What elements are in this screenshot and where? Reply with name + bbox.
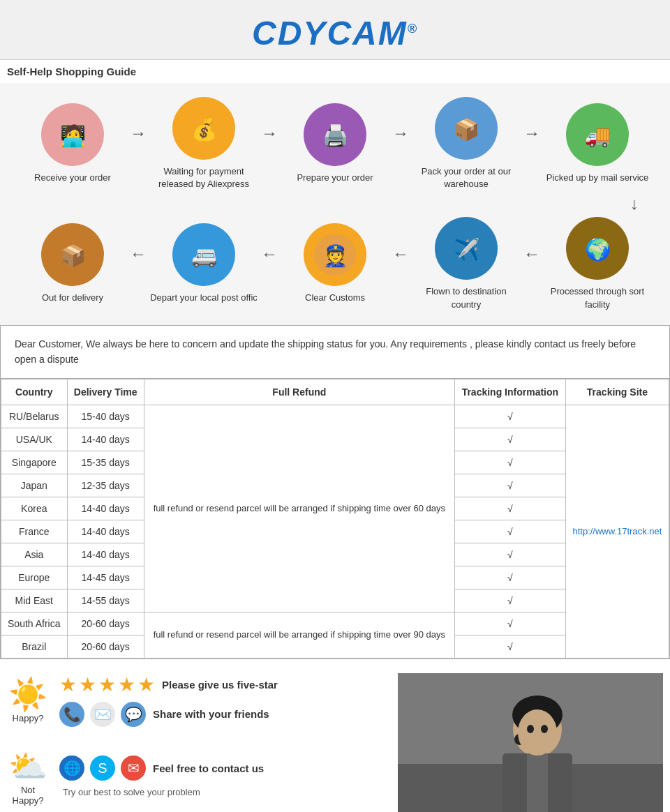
arrow-left-1: ←	[130, 244, 147, 285]
table-section: Country Delivery Time Full Refund Tracki…	[0, 379, 670, 659]
photo-person	[398, 673, 663, 812]
cell-delivery: 14-40 days	[67, 428, 144, 451]
cell-country: Singapore	[1, 451, 68, 474]
svg-text:💰: 💰	[191, 117, 218, 142]
svg-point-28	[518, 709, 557, 755]
browser-icon: 🌐	[59, 755, 84, 781]
svg-text:📦: 📦	[454, 117, 480, 142]
arrow-right-1: →	[130, 123, 147, 164]
arrow-left-2: ←	[261, 244, 278, 285]
skype-icon: S	[90, 755, 115, 781]
cell-delivery: 14-40 days	[67, 520, 144, 543]
cell-tracking: √	[454, 428, 565, 451]
not-happy-row: ⛅ Not Happy? 🌐 S ✉ Feel free to contact …	[7, 748, 384, 806]
cell-country: Asia	[1, 543, 68, 566]
self-help-bar: Self-Help Shopping Guide	[0, 59, 670, 83]
flow-label-receive: Receive your order	[34, 172, 111, 184]
flow-item-customs: 👮 Clear Customs	[279, 223, 391, 304]
cell-country: France	[1, 520, 68, 543]
flow-icon-pack: 📦	[435, 97, 498, 160]
cell-delivery: 15-35 days	[67, 451, 144, 474]
flow-label-payment: Waiting for payment released by Aliexpre…	[148, 165, 260, 190]
cell-tracking: √	[454, 543, 565, 566]
cell-tracking: √	[454, 405, 565, 428]
flow-item-outdelivery: 📦 Out for delivery	[17, 223, 128, 304]
cell-tracking: √	[454, 520, 565, 543]
col-delivery: Delivery Time	[67, 379, 144, 405]
flow-icon-depart: 🚐	[172, 223, 235, 286]
share-icons: 📞 ✉️ 💬	[59, 702, 146, 727]
flow-label-flown: Flown to destination country	[410, 285, 522, 310]
svg-text:✈️: ✈️	[454, 237, 480, 262]
cell-refund-group2: full refund or resend parcel will be arr…	[144, 612, 454, 658]
col-refund: Full Refund	[144, 379, 454, 405]
mail-icon: ✉️	[90, 702, 115, 727]
cell-tracking-site: http://www.17track.net	[565, 405, 669, 658]
flow-label-outdelivery: Out for delivery	[42, 292, 103, 304]
cloud-icon: ⛅	[7, 748, 49, 785]
shipping-table: Country Delivery Time Full Refund Tracki…	[1, 379, 669, 659]
flow-section: 🧑‍💻 Receive your order → 💰 Waiting for p…	[0, 83, 670, 325]
cell-delivery: 14-55 days	[67, 589, 144, 612]
svg-rect-25	[527, 753, 548, 812]
table-row: RU/Belarus15-40 daysfull refund or resen…	[1, 405, 669, 428]
arrow-left-3: ←	[392, 244, 409, 285]
contact-icons: 🌐 S ✉	[59, 755, 146, 781]
star-5: ★	[137, 673, 155, 696]
star-1: ★	[59, 673, 77, 696]
cell-country: South Africa	[1, 612, 68, 635]
cell-country: RU/Belarus	[1, 405, 68, 428]
cell-tracking: √	[454, 589, 565, 612]
cell-delivery: 20-60 days	[67, 635, 144, 658]
flow-label-pickup: Picked up by mail service	[546, 172, 649, 184]
arrow-down: ↓	[630, 194, 639, 213]
cell-country: Brazil	[1, 635, 68, 658]
cell-delivery: 15-40 days	[67, 405, 144, 428]
flow-icon-payment: 💰	[172, 97, 235, 160]
svg-text:🚐: 🚐	[191, 243, 218, 269]
svg-text:🖨️: 🖨️	[322, 123, 349, 149]
flow-icon-outdelivery: 📦	[41, 223, 104, 286]
cell-delivery: 14-45 days	[67, 566, 144, 589]
not-happy-label: Not Happy?	[7, 785, 49, 806]
flow-label-customs: Clear Customs	[305, 292, 365, 304]
self-help-title: Self-Help Shopping Guide	[7, 66, 136, 77]
flow-item-processed: 🌍 Processed through sort facility	[542, 217, 653, 310]
star-row: ★ ★ ★ ★ ★	[59, 673, 155, 696]
flow-icon-processed: 🌍	[566, 217, 629, 280]
bottom-section: ☀️ Happy? ★ ★ ★ ★ ★ Please give us five-…	[0, 659, 670, 812]
flow-label-prepare: Prepare your order	[297, 172, 373, 184]
star-3: ★	[98, 673, 116, 696]
sun-icon: ☀️	[7, 676, 49, 713]
svg-point-30	[541, 725, 548, 733]
arrow-right-4: →	[523, 123, 540, 164]
svg-text:🧑‍💻: 🧑‍💻	[60, 123, 87, 149]
cell-tracking: √	[454, 612, 565, 635]
svg-text:🌍: 🌍	[585, 237, 611, 262]
happy-label-col: ☀️ Happy?	[7, 676, 49, 723]
ali-icon: ✉	[121, 755, 146, 781]
flow-icon-flown: ✈️	[435, 217, 498, 280]
star-4: ★	[118, 673, 135, 696]
cell-delivery: 14-40 days	[67, 543, 144, 566]
flow-icon-customs: 👮	[304, 223, 366, 286]
svg-text:📦: 📦	[60, 243, 87, 269]
flow-icon-prepare: 🖨️	[304, 103, 366, 166]
cell-tracking: √	[454, 635, 565, 658]
col-site: Tracking Site	[565, 379, 669, 405]
flow-item-prepare: 🖨️ Prepare your order	[279, 103, 391, 184]
notice-text: Dear Customer, We always be here to conc…	[15, 338, 636, 365]
flow-item-payment: 💰 Waiting for payment released by Aliexp…	[148, 97, 260, 190]
cell-delivery: 12-35 days	[67, 474, 144, 497]
cell-tracking: √	[454, 474, 565, 497]
logo: CDYCAM®	[0, 14, 670, 52]
cell-country: Korea	[1, 497, 68, 520]
solve-text: Try our best to solve your problem	[63, 787, 200, 797]
cell-country: USA/UK	[1, 428, 68, 451]
bottom-left: ☀️ Happy? ★ ★ ★ ★ ★ Please give us five-…	[7, 673, 384, 812]
five-star-text: Please give us five-star	[162, 679, 278, 691]
happy-row: ☀️ Happy? ★ ★ ★ ★ ★ Please give us five-…	[7, 673, 384, 727]
flow-item-receive: 🧑‍💻 Receive your order	[17, 103, 128, 184]
star-2: ★	[79, 673, 96, 696]
svg-text:🚚: 🚚	[585, 123, 611, 149]
